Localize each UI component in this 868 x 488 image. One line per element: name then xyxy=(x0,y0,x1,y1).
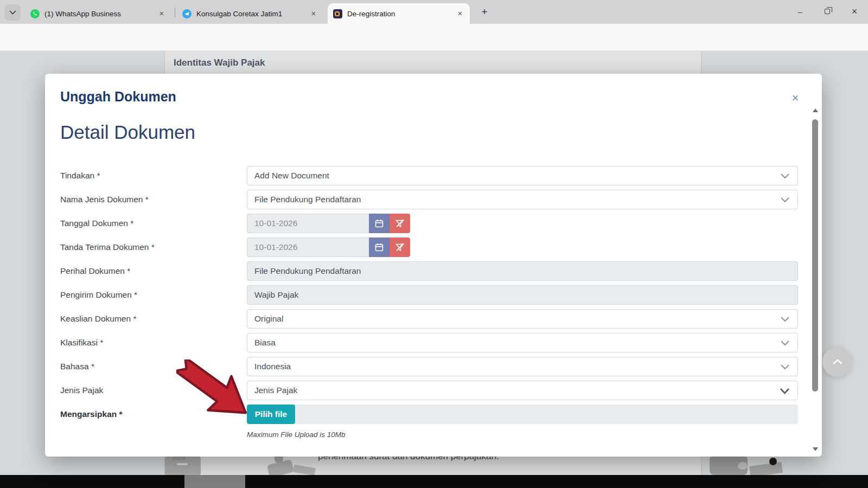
field-label: Tanda Terima Dokumen * xyxy=(60,237,247,257)
file-upload-control: Pilih file xyxy=(247,404,798,424)
pengirim-dokumen-input[interactable]: Wajib Pajak xyxy=(247,285,798,305)
minimize-button[interactable]: – xyxy=(787,0,814,23)
select-value: Indonesia xyxy=(254,362,291,371)
tab-strip: (1) WhatsApp Business × Konsulgab Coreta… xyxy=(0,0,868,24)
field-label: Pengirim Dokumen * xyxy=(60,285,247,305)
window-controls: – × xyxy=(787,0,868,24)
whatsapp-icon xyxy=(30,9,40,18)
field-label: Mengarsipkan * xyxy=(60,404,247,424)
form-row-keaslian: Keaslian Dokumen * Original xyxy=(60,309,798,329)
scrollbar-down-arrow[interactable] xyxy=(813,447,818,451)
select-value: Biasa xyxy=(254,338,276,348)
chevron-down-icon xyxy=(781,364,789,370)
tab-whatsapp[interactable]: (1) WhatsApp Business × xyxy=(25,3,171,24)
upload-document-modal: Unggah Dokumen × Detail Dokumen Tindakan… xyxy=(45,74,822,457)
scroll-to-top-button[interactable] xyxy=(822,347,852,377)
modal-title: Unggah Dokumen xyxy=(60,89,176,105)
calendar-icon xyxy=(374,242,384,252)
new-tab-button[interactable]: + xyxy=(477,5,492,19)
tab-title: De-registration xyxy=(347,10,450,18)
field-label: Bahasa * xyxy=(60,357,247,376)
telegram-icon xyxy=(182,9,192,18)
tab-search-button[interactable] xyxy=(4,4,21,21)
field-label: Nama Jenis Dokumen * xyxy=(60,190,247,209)
tab-title: Konsulgab Coretax Jatim1 xyxy=(196,10,304,18)
tab-telegram[interactable]: Konsulgab Coretax Jatim1 × xyxy=(177,3,323,24)
field-label: Tindakan * xyxy=(60,166,247,185)
modal-scrollbar xyxy=(812,107,819,452)
tab-separator xyxy=(175,8,175,17)
jenis-pajak-select[interactable]: Jenis Pajak xyxy=(247,381,798,400)
form-row-bahasa: Bahasa * Indonesia xyxy=(60,357,798,376)
field-label: Jenis Pajak xyxy=(60,381,247,400)
tab-close-icon[interactable]: × xyxy=(309,9,318,18)
clear-date-button[interactable] xyxy=(390,237,410,257)
bottom-window-edge xyxy=(0,475,868,488)
field-label: Tanggal Dokumen * xyxy=(60,214,247,233)
form-row-klasifikasi: Klasifikasi * Biasa xyxy=(60,333,798,352)
browser-window: (1) WhatsApp Business × Konsulgab Coreta… xyxy=(0,0,868,488)
document-form: Tindakan * Add New Document Nama Jenis D… xyxy=(60,166,798,439)
coretax-icon xyxy=(333,9,342,18)
calendar-button[interactable] xyxy=(369,237,390,257)
form-row-jenis-pajak: Jenis Pajak Jenis Pajak xyxy=(60,381,798,400)
perihal-dokumen-input[interactable]: File Pendukung Pendaftaran xyxy=(247,261,798,281)
pilih-file-button[interactable]: Pilih file xyxy=(247,404,295,424)
tindakan-select[interactable]: Add New Document xyxy=(247,166,798,185)
bahasa-select[interactable]: Indonesia xyxy=(247,357,798,376)
keaslian-dokumen-select[interactable]: Original xyxy=(247,309,798,329)
tab-title: (1) WhatsApp Business xyxy=(44,10,152,18)
form-row-nama-jenis: Nama Jenis Dokumen * File Pendukung Pend… xyxy=(60,190,798,209)
form-row-tanggal: Tanggal Dokumen * 10-01-2026 xyxy=(60,214,798,233)
form-row-tindakan: Tindakan * Add New Document xyxy=(60,166,798,185)
window-close-button[interactable]: × xyxy=(841,0,868,23)
restore-icon xyxy=(825,9,830,14)
select-value: Add New Document xyxy=(254,171,329,181)
select-value: File Pendukung Pendaftaran xyxy=(254,195,361,204)
modal-close-button[interactable]: × xyxy=(787,90,803,106)
calendar-button[interactable] xyxy=(369,214,390,233)
tab-close-icon[interactable]: × xyxy=(456,9,464,18)
filter-slash-icon xyxy=(395,219,405,228)
field-label: Klasifikasi * xyxy=(60,333,247,352)
field-label: Keaslian Dokumen * xyxy=(60,309,247,329)
form-row-tanda-terima: Tanda Terima Dokumen * 10-01-2026 xyxy=(60,237,798,257)
file-name-bar xyxy=(295,404,798,424)
file-size-note: Maximum File Upload is 10Mb xyxy=(247,431,798,439)
scrollbar-thumb[interactable] xyxy=(812,119,818,391)
scrollbar-up-arrow[interactable] xyxy=(813,108,818,112)
filter-slash-icon xyxy=(395,242,405,252)
klasifikasi-select[interactable]: Biasa xyxy=(247,333,798,352)
chevron-down-icon xyxy=(780,388,789,394)
detail-heading: Detail Dokumen xyxy=(60,121,195,143)
chevron-down-icon xyxy=(781,197,789,203)
clear-date-button[interactable] xyxy=(390,214,410,233)
calendar-icon xyxy=(374,219,384,228)
chevron-down-icon xyxy=(781,174,789,179)
tanggal-dokumen-input[interactable]: 10-01-2026 xyxy=(247,214,369,233)
chevron-up-icon xyxy=(832,359,843,365)
form-row-pengirim: Pengirim Dokumen * Wajib Pajak xyxy=(60,285,798,305)
tab-close-icon[interactable]: × xyxy=(157,9,166,18)
nama-jenis-dokumen-select[interactable]: File Pendukung Pendaftaran xyxy=(247,190,798,209)
select-value: Original xyxy=(254,314,283,324)
form-row-mengarsipkan: Mengarsipkan * Pilih file xyxy=(60,404,798,424)
tanda-terima-input[interactable]: 10-01-2026 xyxy=(247,237,369,257)
select-value: Jenis Pajak xyxy=(254,386,297,395)
chevron-down-icon xyxy=(781,317,789,322)
chevron-down-icon xyxy=(9,10,16,15)
field-label: Perihal Dokumen * xyxy=(60,261,247,281)
form-row-perihal: Perihal Dokumen * File Pendukung Pendaft… xyxy=(60,261,798,281)
bottom-edge-segment xyxy=(184,475,245,488)
browser-toolbar: ← https://coretaxdjp.pajak.go.id/case-ma… xyxy=(0,24,868,51)
restore-button[interactable] xyxy=(814,0,841,23)
chevron-down-icon xyxy=(781,341,789,346)
tab-de-registration[interactable]: De-registration × xyxy=(328,3,470,24)
